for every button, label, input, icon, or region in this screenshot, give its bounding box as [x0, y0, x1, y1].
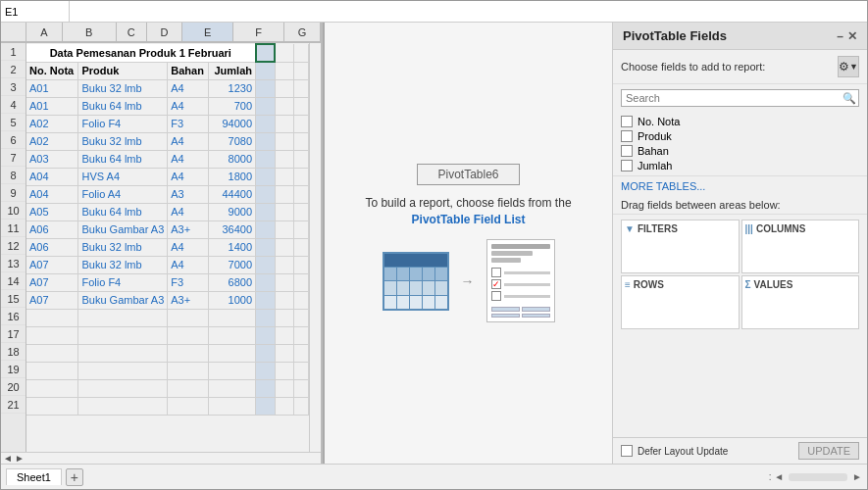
cell-e6[interactable]: [256, 132, 276, 150]
cell-e20[interactable]: [256, 379, 276, 397]
col-header-f[interactable]: F: [233, 23, 284, 42]
pivot-search-input[interactable]: [621, 89, 859, 107]
cell-d11[interactable]: 36400: [209, 220, 256, 238]
cell-a7[interactable]: A03: [26, 150, 78, 168]
cell-c11[interactable]: A3+: [168, 220, 209, 238]
cell-f9[interactable]: [275, 185, 293, 203]
cell-c13[interactable]: A4: [168, 256, 209, 273]
cell-b8[interactable]: HVS A4: [78, 168, 168, 185]
columns-area[interactable]: ||| COLUMNS: [741, 220, 860, 273]
cell-g5[interactable]: [293, 115, 308, 132]
cell-a5[interactable]: A02: [26, 115, 78, 132]
table-row[interactable]: No. Nota Produk Bahan Jumlah: [26, 62, 309, 79]
cell-g13[interactable]: [293, 256, 308, 273]
cell-f17[interactable]: [275, 326, 293, 344]
cell-d3[interactable]: 1230: [209, 79, 256, 97]
cell-e2[interactable]: [256, 62, 276, 79]
cell-b4[interactable]: Buku 64 lmb: [78, 97, 168, 115]
cell-e1[interactable]: [256, 44, 276, 62]
vertical-scrollbar[interactable]: [309, 43, 321, 452]
cell-d16[interactable]: [209, 309, 256, 326]
table-row[interactable]: [26, 362, 309, 379]
close-icon[interactable]: ✕: [847, 29, 857, 43]
cell-d12[interactable]: 1400: [209, 238, 256, 256]
table-row[interactable]: A01 Buku 32 lmb A4 1230: [26, 79, 309, 97]
col-header-c[interactable]: C: [117, 23, 147, 42]
cell-a1[interactable]: Data Pemesanan Produk 1 Februari: [26, 44, 256, 62]
table-row[interactable]: A04 Folio A4 A3 44400: [26, 185, 309, 203]
cell-d7[interactable]: 8000: [209, 150, 256, 168]
cell-e19[interactable]: [256, 362, 276, 379]
cell-b5[interactable]: Folio F4: [78, 115, 168, 132]
cell-b7[interactable]: Buku 64 lmb: [78, 150, 168, 168]
cell-e15[interactable]: [256, 291, 276, 309]
cell-g20[interactable]: [293, 379, 308, 397]
minimize-icon[interactable]: –: [837, 29, 843, 43]
cell-e8[interactable]: [256, 168, 276, 185]
cell-g10[interactable]: [293, 203, 308, 220]
cell-c7[interactable]: A4: [168, 150, 209, 168]
table-row[interactable]: A02 Folio F4 F3 94000: [26, 115, 309, 132]
cell-a10[interactable]: A05: [26, 203, 78, 220]
cell-d18[interactable]: [209, 344, 256, 362]
rows-area[interactable]: ≡ ROWS: [621, 275, 740, 329]
cell-g19[interactable]: [293, 362, 308, 379]
field-checkbox-no-nota[interactable]: [621, 116, 633, 127]
cell-c10[interactable]: A4: [168, 203, 209, 220]
table-row[interactable]: A06 Buku Gambar A3 A3+ 36400: [26, 220, 309, 238]
cell-f8[interactable]: [275, 168, 293, 185]
cell-d8[interactable]: 1800: [209, 168, 256, 185]
cell-f2[interactable]: [275, 62, 293, 79]
cell-g16[interactable]: [293, 309, 308, 326]
cell-g18[interactable]: [293, 344, 308, 362]
cell-c17[interactable]: [168, 326, 209, 344]
scroll-left-btn[interactable]: ◄: [3, 453, 13, 464]
col-header-d[interactable]: D: [147, 23, 183, 42]
cell-c3[interactable]: A4: [168, 79, 209, 97]
cell-c19[interactable]: [168, 362, 209, 379]
cell-g21[interactable]: [293, 397, 308, 415]
cell-b17[interactable]: [78, 326, 168, 344]
cell-c2[interactable]: Bahan: [168, 62, 209, 79]
cell-f7[interactable]: [275, 150, 293, 168]
cell-e14[interactable]: [256, 273, 276, 291]
table-row[interactable]: A02 Buku 32 lmb A4 7080: [26, 132, 309, 150]
cell-d19[interactable]: [209, 362, 256, 379]
col-header-a[interactable]: A: [26, 23, 63, 42]
cell-c9[interactable]: A3: [168, 185, 209, 203]
cell-g14[interactable]: [293, 273, 308, 291]
cell-a6[interactable]: A02: [26, 132, 78, 150]
cell-f5[interactable]: [275, 115, 293, 132]
sheet-tab-1[interactable]: Sheet1: [6, 468, 62, 485]
table-row[interactable]: [26, 326, 309, 344]
table-row[interactable]: A07 Buku 32 lmb A4 7000: [26, 256, 309, 273]
table-row[interactable]: [26, 309, 309, 326]
cell-f16[interactable]: [275, 309, 293, 326]
cell-f13[interactable]: [275, 256, 293, 273]
horizontal-scrollbar[interactable]: ◄ ►: [1, 452, 321, 464]
cell-a3[interactable]: A01: [26, 79, 78, 97]
cell-g3[interactable]: [293, 79, 308, 97]
cell-c18[interactable]: [168, 344, 209, 362]
table-row[interactable]: A07 Buku Gambar A3 A3+ 1000: [26, 291, 309, 309]
cell-c16[interactable]: [168, 309, 209, 326]
cell-d5[interactable]: 94000: [209, 115, 256, 132]
add-sheet-button[interactable]: +: [66, 468, 83, 486]
cell-e4[interactable]: [256, 97, 276, 115]
table-row[interactable]: [26, 379, 309, 397]
cell-b13[interactable]: Buku 32 lmb: [78, 256, 168, 273]
cell-e7[interactable]: [256, 150, 276, 168]
cell-g11[interactable]: [293, 220, 308, 238]
cell-f21[interactable]: [275, 397, 293, 415]
cell-d20[interactable]: [209, 379, 256, 397]
cell-a11[interactable]: A06: [26, 220, 78, 238]
cell-a8[interactable]: A04: [26, 168, 78, 185]
cell-f10[interactable]: [275, 203, 293, 220]
filters-area[interactable]: ▼ FILTERS: [621, 220, 740, 273]
table-row[interactable]: A03 Buku 64 lmb A4 8000: [26, 150, 309, 168]
cell-g17[interactable]: [293, 326, 308, 344]
defer-checkbox[interactable]: [621, 445, 633, 457]
table-row[interactable]: A05 Buku 64 lmb A4 9000: [26, 203, 309, 220]
update-button[interactable]: UPDATE: [798, 442, 859, 460]
cell-a19[interactable]: [26, 362, 78, 379]
